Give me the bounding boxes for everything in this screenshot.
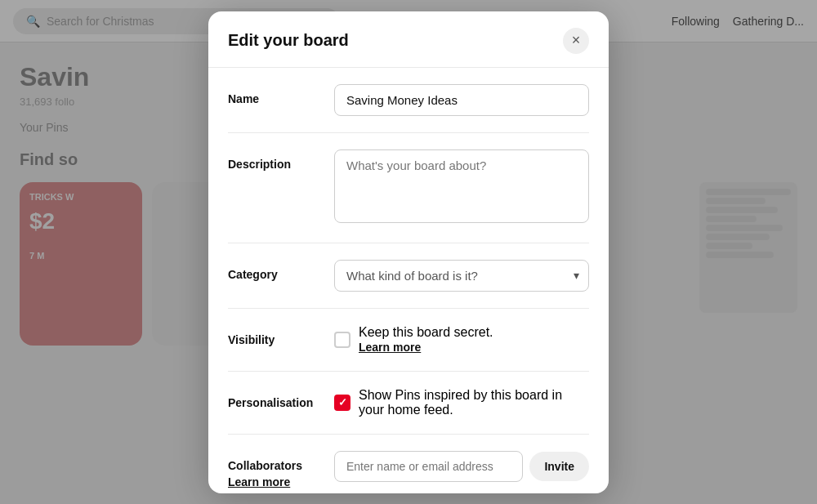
modal-close-button[interactable]: × [563, 28, 589, 54]
description-input[interactable] [334, 149, 589, 223]
collaborators-control: Invite Gathering [334, 451, 589, 493]
category-row: Category What kind of board is it?Animal… [228, 243, 589, 309]
modal-title: Edit your board [228, 31, 349, 50]
name-row: Name [228, 68, 589, 133]
collaborator-input-row: Invite [334, 451, 589, 482]
personalisation-checkbox-label: Show Pins inspired by this board in your… [359, 388, 589, 417]
modal-overlay: Edit your board × Name Description Ca [0, 0, 817, 504]
invite-button[interactable]: Invite [529, 452, 589, 481]
collaborators-label: Collaborators Learn more [228, 451, 318, 488]
visibility-learn-more[interactable]: Learn more [359, 341, 421, 354]
visibility-checkbox-row: Keep this board secret. Learn more [334, 325, 589, 355]
modal-header: Edit your board × [208, 11, 609, 68]
personalisation-row: Personalisation Show Pins inspired by th… [228, 372, 589, 435]
description-control [334, 149, 589, 226]
personalisation-label: Personalisation [228, 388, 318, 409]
name-label: Name [228, 84, 318, 105]
visibility-row: Visibility Keep this board secret. Learn… [228, 309, 589, 372]
visibility-checkbox[interactable] [334, 332, 350, 348]
description-label: Description [228, 149, 318, 171]
visibility-label: Visibility [228, 325, 318, 346]
category-label: Category [228, 260, 318, 281]
personalisation-control: Show Pins inspired by this board in your… [334, 388, 589, 417]
edit-board-modal: Edit your board × Name Description Ca [208, 11, 609, 493]
category-control: What kind of board is it?Animals and Pet… [334, 260, 589, 292]
name-input[interactable] [334, 84, 589, 116]
collaborators-row: Collaborators Learn more Invite [228, 435, 589, 493]
visibility-control: Keep this board secret. Learn more [334, 325, 589, 355]
category-select[interactable]: What kind of board is it?Animals and Pet… [334, 260, 589, 292]
modal-body: Name Description Category What kind of b… [208, 68, 609, 493]
personalisation-checkbox-row: Show Pins inspired by this board in your… [334, 388, 589, 417]
collaborator-input[interactable] [334, 451, 523, 482]
collaborators-learn-more[interactable]: Learn more [228, 475, 318, 488]
description-row: Description [228, 133, 589, 243]
personalisation-checkbox[interactable] [334, 395, 350, 411]
visibility-checkbox-text: Keep this board secret. Learn more [359, 325, 493, 355]
name-control [334, 84, 589, 116]
